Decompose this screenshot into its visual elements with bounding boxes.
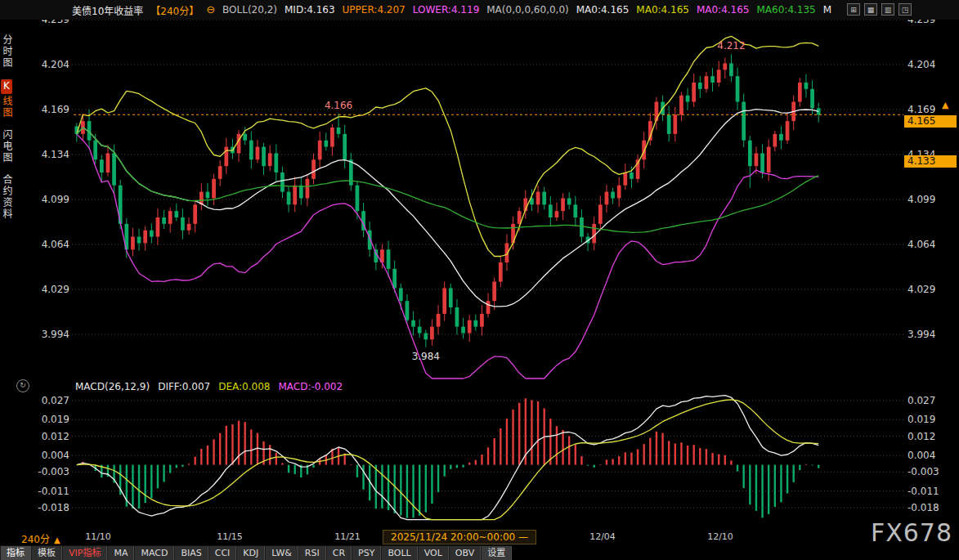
svg-text:3.994: 3.994 — [907, 329, 935, 340]
svg-text:0.012: 0.012 — [907, 431, 935, 442]
sidebar-tab-flash[interactable]: 闪电图 — [0, 129, 14, 164]
time-axis-label: 11/21 — [334, 531, 361, 542]
svg-text:4.212: 4.212 — [717, 40, 745, 52]
boll-upper-value: UPPER:4.207 — [343, 4, 406, 16]
svg-text:0.019: 0.019 — [42, 414, 69, 425]
sidebar-tab-contract[interactable]: 合约资料 — [0, 174, 14, 220]
period-dropdown-arrow-icon: ▲ — [54, 535, 60, 544]
period-label[interactable]: 【240分】 — [150, 3, 199, 17]
svg-text:0.027: 0.027 — [42, 395, 69, 406]
ma0-value-3: MA0:4.165 — [697, 4, 750, 16]
svg-text:-0.003: -0.003 — [907, 466, 939, 477]
svg-text:4.166: 4.166 — [325, 100, 352, 111]
footer-period-label: 240分 — [21, 534, 50, 545]
toolbar-tab-[interactable]: 模板 — [31, 546, 62, 560]
svg-text:0.012: 0.012 — [42, 431, 69, 442]
boll-mid-value: MID:4.163 — [285, 4, 335, 16]
toolbar-tab-macd[interactable]: MACD — [134, 546, 174, 560]
ma-truncated-label: M — [823, 4, 831, 16]
toolbar-tab-bias[interactable]: BIAS — [174, 546, 208, 560]
time-axis-label: 12/10 — [707, 531, 733, 542]
bottom-toolbar: 指标模板VIP指标MAMACDBIASCCIKDJLW&RSICRPSYBOLL… — [0, 545, 512, 560]
ma0-value-2: MA0:4.165 — [636, 4, 689, 16]
chart-canvas[interactable]: 4.2394.2394.2044.2044.1694.1694.1344.134… — [0, 0, 959, 560]
sidebar-tab-label: 线图 — [1, 96, 12, 119]
time-axis: 11/1011/1511/212025/11/24 20:00~00:00 —1… — [0, 530, 959, 544]
sidebar-tab-kline[interactable]: K线图 — [0, 79, 14, 119]
trading-terminal: 美债10年收益率 【240分】 ⊖ BOLL(20,2) MID:4.163 U… — [0, 0, 959, 560]
indicator-cycle-icon[interactable]: ↻ — [16, 379, 29, 392]
svg-text:4.029: 4.029 — [907, 284, 935, 295]
time-axis-label: 11/15 — [217, 531, 243, 542]
toolbar-tab-vol[interactable]: VOL — [418, 546, 449, 560]
macd-dea-value: DEA:0.008 — [218, 381, 270, 392]
ma60-value: MA60:4.135 — [757, 4, 816, 16]
split-chart-icon[interactable]: ▥ — [881, 3, 894, 16]
toolbar-tab-vip[interactable]: VIP指标 — [62, 546, 107, 560]
macd-diff-value: DIFF:0.007 — [158, 381, 210, 392]
macd-label: MACD(26,12,9) — [75, 381, 150, 392]
active-tab-badge: K — [1, 79, 12, 94]
selected-bar-time-readout: 2025/11/24 20:00~00:00 — — [383, 530, 536, 544]
svg-text:4.099: 4.099 — [907, 194, 935, 205]
macd-hist-value: MACD:-0.002 — [278, 381, 343, 392]
time-axis-label: 12/04 — [589, 531, 616, 542]
ma0-value-1: MA0:4.165 — [576, 4, 630, 16]
svg-text:0.004: 0.004 — [907, 450, 935, 461]
svg-text:0.004: 0.004 — [42, 450, 69, 461]
svg-text:4.134: 4.134 — [42, 149, 69, 160]
svg-text:4.204: 4.204 — [907, 59, 935, 70]
price-up-arrow-icon: ▲ — [942, 100, 948, 110]
toolbar-tab-lw[interactable]: LW& — [265, 546, 298, 560]
svg-text:-0.018: -0.018 — [907, 502, 939, 513]
svg-text:0.027: 0.027 — [907, 395, 935, 406]
toolbar-tab-psy[interactable]: PSY — [352, 546, 381, 560]
svg-text:-0.003: -0.003 — [38, 466, 69, 477]
svg-text:4.064: 4.064 — [907, 239, 935, 250]
svg-text:4.029: 4.029 — [42, 284, 69, 295]
boll-lower-value: LOWER:4.119 — [413, 4, 480, 16]
toolbar-tab-cr[interactable]: CR — [326, 546, 352, 560]
svg-text:4.169: 4.169 — [907, 104, 935, 115]
boll-label: BOLL(20,2) — [222, 4, 277, 16]
svg-text:4.204: 4.204 — [42, 59, 69, 70]
multi-chart-icon[interactable]: ▦ — [864, 3, 877, 16]
toolbar-tab-ma[interactable]: MA — [107, 546, 134, 560]
svg-text:-0.011: -0.011 — [38, 486, 69, 497]
sidebar-tab-fenshi[interactable]: 分时图 — [0, 34, 14, 69]
new-window-icon[interactable]: ◳ — [899, 3, 912, 16]
layout-grid-icon[interactable]: ⊞ — [847, 3, 860, 16]
toolbar-tab-boll[interactable]: BOLL — [381, 546, 417, 560]
svg-text:0.019: 0.019 — [907, 414, 935, 425]
svg-text:-0.011: -0.011 — [907, 486, 939, 497]
toolbar-tab-obv[interactable]: OBV — [449, 546, 481, 560]
time-axis-label: 11/10 — [85, 531, 111, 542]
symbol-name: 美债10年收益率 — [72, 3, 143, 17]
svg-text:-0.018: -0.018 — [38, 502, 69, 513]
macd-legend: MACD(26,12,9) DIFF:0.007 DEA:0.008 MACD:… — [75, 381, 343, 392]
toolbar-tab-kdj[interactable]: KDJ — [236, 546, 265, 560]
ma-value-badge: 4.133 — [904, 155, 957, 168]
toolbar-tab-cci[interactable]: CCI — [208, 546, 237, 560]
chart-legend-bar: 美债10年收益率 【240分】 ⊖ BOLL(20,2) MID:4.163 U… — [0, 0, 959, 20]
toolbar-tab-rsi[interactable]: RSI — [298, 546, 326, 560]
toolbar-tab-[interactable]: 指标 — [0, 546, 31, 560]
toolbar-tab-[interactable]: 设置 — [481, 546, 512, 560]
footer-period-selector[interactable]: 240分▲ — [21, 531, 60, 545]
window-controls: ⊞▦▥◳ — [847, 3, 912, 16]
left-tab-bar: 分时图K线图闪电图合约资料 — [0, 25, 14, 560]
last-price-badge: 4.165 — [904, 115, 957, 128]
ma-label: MA(0,0,0,60,0,0) — [486, 4, 568, 16]
svg-text:3.994: 3.994 — [42, 329, 69, 340]
svg-text:3.984: 3.984 — [412, 351, 440, 362]
svg-text:4.099: 4.099 — [42, 194, 69, 205]
svg-text:4.064: 4.064 — [42, 239, 69, 250]
svg-text:4.169: 4.169 — [42, 104, 69, 115]
collapse-icon[interactable]: ⊖ — [206, 5, 215, 15]
